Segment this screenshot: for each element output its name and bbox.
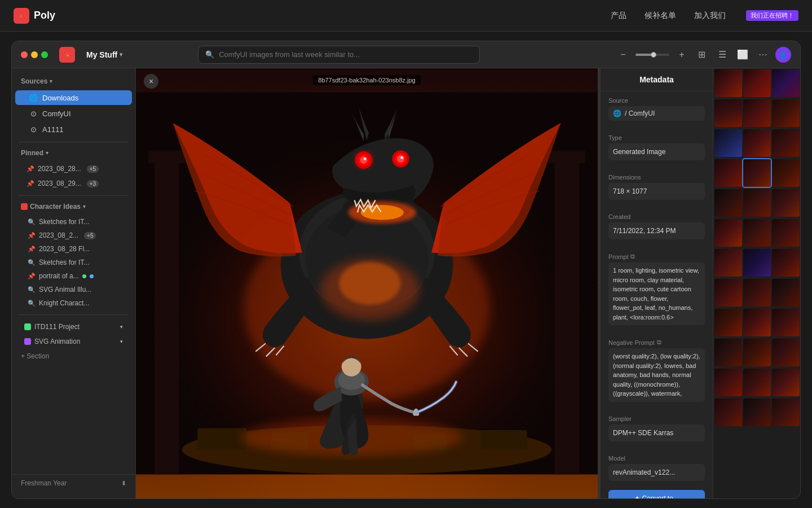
- sidebar-item-a1111[interactable]: ⊙ A1111: [15, 122, 132, 137]
- thumb-2[interactable]: [743, 69, 771, 97]
- zoom-slider[interactable]: [636, 54, 669, 56]
- thumb-36[interactable]: [772, 398, 800, 426]
- ci-item-7[interactable]: 🔍 Knight Charact...: [15, 297, 132, 309]
- nav-join[interactable]: 加入我们: [694, 11, 726, 21]
- thumb-6[interactable]: [772, 99, 800, 127]
- pin-icon-2: 📌: [27, 180, 34, 187]
- ci-item-4[interactable]: 🔍 Sketches for IT...: [15, 256, 132, 269]
- thumb-30[interactable]: [772, 339, 800, 366]
- ci-item-6[interactable]: 🔍 SVG Animal Illu...: [15, 283, 132, 296]
- thumb-7[interactable]: [714, 129, 742, 157]
- thumb-15[interactable]: [772, 189, 800, 217]
- thumb-23[interactable]: [743, 279, 771, 306]
- pinned-item-2[interactable]: 📌 2023_08_29... +3: [15, 177, 132, 190]
- thumb-28[interactable]: [714, 339, 742, 366]
- nav-waitlist[interactable]: 候补名单: [645, 11, 676, 21]
- thumbnail-strip: [713, 68, 800, 498]
- thumb-20[interactable]: [743, 249, 771, 277]
- pinned-item-1[interactable]: 📌 2023_08_28... +5: [15, 162, 132, 176]
- main-image-view: 8b77sdf23-bak32hah-023nsb8z.jpg ×: [136, 68, 598, 498]
- thumb-8[interactable]: [743, 129, 771, 157]
- sidebar-downloads-label: Downloads: [42, 94, 78, 102]
- thumb-10[interactable]: [714, 159, 742, 187]
- thumb-14[interactable]: [743, 189, 771, 217]
- metadata-actions: ✦ Convert to... ⊙ Open in Automatic1111: [601, 484, 713, 499]
- thumb-24[interactable]: [772, 279, 800, 306]
- ci-item-3[interactable]: 📌 2023_08_28 Fl...: [15, 243, 132, 255]
- window-minimize-btn[interactable]: [31, 51, 38, 58]
- thumb-21[interactable]: [772, 249, 800, 277]
- workspace-footer: Freshman Year ⬍: [12, 474, 135, 492]
- pinned-section-header[interactable]: Pinned ▾: [12, 147, 135, 159]
- grid-view-btn[interactable]: ⊞: [694, 47, 710, 63]
- sidebar-item-downloads[interactable]: 🌐 Downloads: [15, 90, 132, 105]
- thumb-13[interactable]: [714, 189, 742, 217]
- add-section-btn[interactable]: + Section: [12, 349, 135, 364]
- image-filename: 8b77sdf23-bak32hah-023nsb8z.jpg: [312, 75, 421, 85]
- thumb-34[interactable]: [714, 398, 742, 426]
- workspace-chevron-icon[interactable]: ⬍: [121, 480, 126, 487]
- thumb-4[interactable]: [714, 99, 742, 127]
- section-group-itd111[interactable]: ITD111 Project ▾: [15, 320, 132, 334]
- logo[interactable]: 🔺 Poly: [14, 8, 55, 24]
- thumb-19[interactable]: [714, 249, 742, 277]
- ci-item-2[interactable]: 📌 2023_08_2... +5: [15, 229, 132, 242]
- thumb-18[interactable]: [772, 219, 800, 247]
- svg-point-19: [397, 155, 404, 163]
- app-window: 🔖 My Stuff ▾ 🔍 − + ⊞ ☰ ⬜ ⋯ 👤: [11, 41, 801, 499]
- sidebar-item-comfyui[interactable]: ⊙ ComfyUI: [15, 106, 132, 121]
- my-stuff-button[interactable]: My Stuff ▾: [82, 48, 127, 62]
- prompt-section: Prompt ⧉ 1 room, lighting, isometric vie…: [601, 247, 713, 329]
- ci-item-6-label: SVG Animal Illu...: [39, 286, 91, 294]
- window-close-btn[interactable]: [21, 51, 28, 58]
- thumb-3[interactable]: [772, 69, 800, 97]
- character-ideas-chevron-icon: ▾: [83, 204, 86, 209]
- ci-item-5[interactable]: 📌 portrait of a...: [15, 270, 132, 282]
- thumb-31[interactable]: [714, 369, 742, 396]
- copy-prompt-icon[interactable]: ⧉: [630, 253, 635, 260]
- nav-hiring-badge[interactable]: 我们正在招聘！: [746, 10, 798, 21]
- convert-btn-label: ✦ Convert to...: [634, 494, 679, 499]
- metadata-panel: Metadata Source 🌐 / ComfyUI Type Generat…: [600, 68, 713, 498]
- thumb-25[interactable]: [714, 309, 742, 336]
- thumb-row-9: [713, 308, 800, 338]
- list-view-btn[interactable]: ☰: [714, 47, 730, 63]
- thumb-9[interactable]: [772, 129, 800, 157]
- thumb-35[interactable]: [743, 398, 771, 426]
- svg-rect-5: [549, 151, 586, 163]
- pinned-label: Pinned: [21, 149, 43, 157]
- thumb-33[interactable]: [772, 369, 800, 396]
- copy-neg-prompt-icon[interactable]: ⧉: [657, 339, 661, 346]
- thumb-1[interactable]: [714, 69, 742, 97]
- thumb-26[interactable]: [743, 309, 771, 336]
- ci-item-1[interactable]: 🔍 Sketches for IT...: [15, 216, 132, 228]
- convert-btn[interactable]: ✦ Convert to...: [608, 490, 705, 499]
- search-input[interactable]: [219, 50, 473, 59]
- thumb-32[interactable]: [743, 369, 771, 396]
- zoom-in-btn[interactable]: +: [674, 47, 690, 63]
- thumb-29[interactable]: [743, 339, 771, 366]
- section-group-svg[interactable]: SVG Animation ▾: [15, 335, 132, 348]
- negative-prompt-value: (worst quality:2), (low quality:2), (nor…: [608, 348, 705, 402]
- thumb-5[interactable]: [743, 99, 771, 127]
- thumb-row-11: [713, 367, 800, 397]
- thumb-22[interactable]: [714, 279, 742, 306]
- metadata-title: Metadata: [601, 68, 713, 91]
- globe-icon: 🌐: [29, 93, 38, 102]
- thumb-27[interactable]: [772, 309, 800, 336]
- source-value: 🌐 / ComfyUI: [608, 106, 705, 121]
- more-options-btn[interactable]: ⋯: [755, 47, 771, 63]
- zoom-out-btn[interactable]: −: [615, 47, 631, 63]
- thumb-16[interactable]: [714, 219, 742, 247]
- thumb-17[interactable]: [743, 219, 771, 247]
- nav-product[interactable]: 产品: [611, 11, 626, 21]
- sources-section-header[interactable]: Sources ▾: [12, 75, 135, 87]
- search-icon-1: 🔍: [28, 218, 36, 226]
- character-ideas-section-header[interactable]: Character Ideas ▾: [12, 200, 135, 213]
- thumb-11-selected[interactable]: [743, 159, 771, 187]
- user-avatar[interactable]: 👤: [775, 47, 791, 63]
- thumb-12[interactable]: [772, 159, 800, 187]
- close-image-btn[interactable]: ×: [144, 74, 158, 89]
- window-maximize-btn[interactable]: [41, 51, 48, 58]
- panel-view-btn[interactable]: ⬜: [735, 47, 751, 63]
